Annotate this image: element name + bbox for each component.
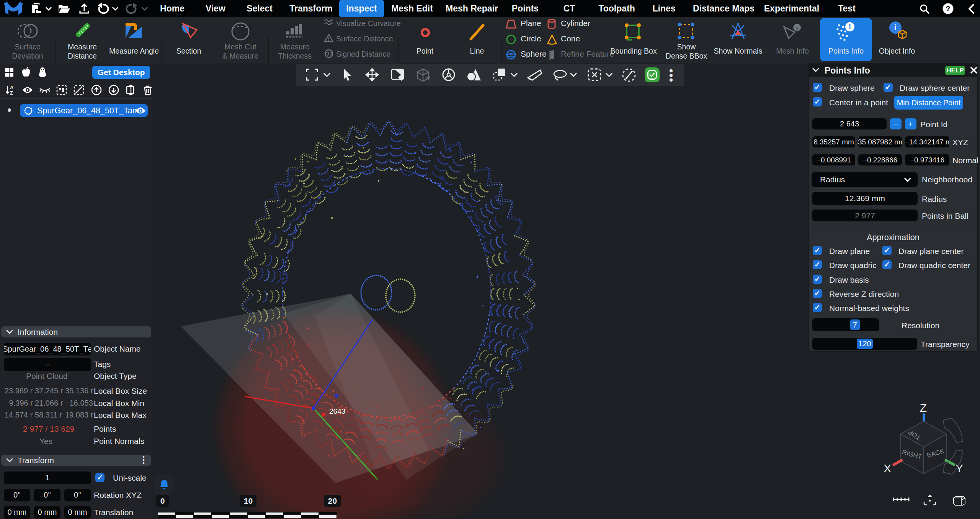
svg-text:Z: Z [920,401,927,414]
svg-text:i: i [849,23,851,31]
svg-text:?: ? [946,5,951,13]
svg-text:A: A [10,85,14,90]
svg-text:i: i [796,25,798,31]
svg-text:X: X [884,462,891,475]
svg-text:Z: Z [10,90,13,96]
svg-text:i: i [894,23,897,32]
